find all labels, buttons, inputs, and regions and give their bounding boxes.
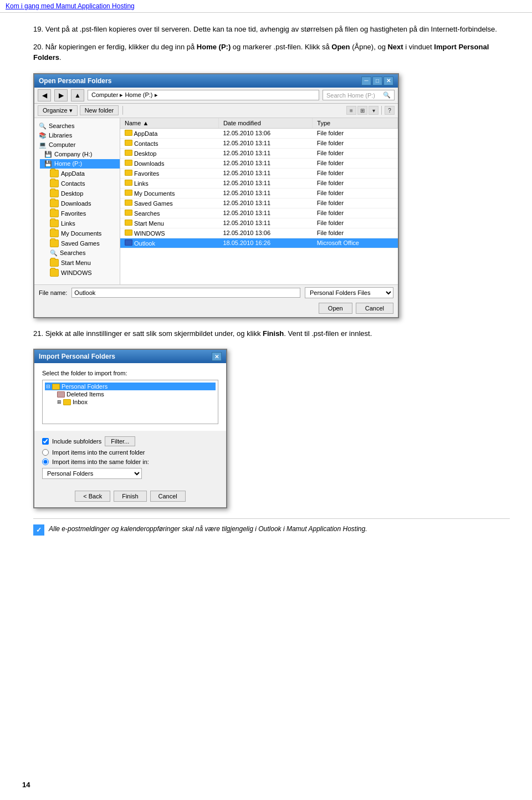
- table-row[interactable]: Downloads12.05.2010 13:11File folder: [120, 158, 398, 168]
- sidebar-home-drive[interactable]: 💾 Home (P:): [40, 159, 120, 169]
- import-close-button[interactable]: ✕: [212, 352, 222, 361]
- p19-text: Vent på at .pst-filen kopieres over til …: [45, 25, 497, 33]
- p20-text1: Når kopieringen er ferdig, klikker du de…: [45, 43, 197, 51]
- sidebar-links-label: Links: [61, 220, 75, 227]
- close-button[interactable]: ✕: [383, 77, 393, 85]
- table-row[interactable]: Searches12.05.2010 13:11File folder: [120, 208, 398, 218]
- help-button[interactable]: ?: [385, 106, 395, 115]
- top-bar-link[interactable]: Kom i gang med Mamut Application Hosting: [0, 0, 532, 13]
- top-bar-title: Kom i gang med Mamut Application Hosting: [6, 2, 135, 10]
- up-button[interactable]: ▲: [71, 89, 84, 101]
- sidebar-contacts[interactable]: Contacts: [45, 179, 120, 188]
- import-current-folder-radio[interactable]: [42, 449, 49, 456]
- sidebar-links[interactable]: Links: [45, 218, 120, 228]
- table-row[interactable]: WINDOWS12.05.2010 13:06File folder: [120, 228, 398, 238]
- file-icon: [125, 160, 134, 167]
- import-body: Select the folder to import from: ⊟ Pers…: [34, 363, 226, 431]
- table-row[interactable]: My Documents12.05.2010 13:11File folder: [120, 188, 398, 198]
- sidebar-desktop-label: Desktop: [61, 190, 83, 197]
- sidebar-downloads[interactable]: Downloads: [45, 198, 120, 208]
- tree-inbox-expand-icon: ⊞: [57, 399, 62, 405]
- sidebar-appdata[interactable]: AppData: [45, 169, 120, 179]
- sidebar-startmenu[interactable]: Start Menu: [45, 258, 120, 268]
- back-button[interactable]: ◀: [38, 89, 51, 101]
- filetype-select[interactable]: Personal Folders Files: [305, 287, 393, 298]
- import-same-folder-radio[interactable]: [42, 458, 49, 465]
- finish-button[interactable]: Finish: [114, 491, 146, 502]
- sidebar-company-drive[interactable]: 💾 Company (H:): [40, 150, 120, 159]
- sidebar-savedgames[interactable]: Saved Games: [45, 238, 120, 248]
- table-row[interactable]: Outlook18.05.2010 16:26Microsoft Office: [120, 238, 398, 248]
- table-row[interactable]: Desktop12.05.2010 13:11File folder: [120, 148, 398, 158]
- new-folder-button[interactable]: New folder: [80, 105, 119, 115]
- file-icon: [125, 130, 134, 137]
- sidebar-savedgames-label: Saved Games: [61, 240, 100, 247]
- sidebar-searches[interactable]: 🔍 Searches: [34, 121, 120, 131]
- view-arrow-button[interactable]: ▾: [369, 106, 378, 115]
- view-list-button[interactable]: ≡: [346, 106, 356, 115]
- sidebar-windows-label: WINDOWS: [61, 269, 92, 276]
- tree-deleted-items[interactable]: Deleted Items: [45, 390, 216, 398]
- folder-icon-contacts: [50, 180, 59, 187]
- file-name-cell: Contacts: [120, 138, 218, 148]
- tree-personal-folders-label: Personal Folders: [62, 383, 108, 390]
- sidebar-appdata-label: AppData: [61, 170, 85, 177]
- organize-button[interactable]: Organize ▾: [38, 105, 78, 116]
- filter-button[interactable]: Filter...: [105, 436, 135, 446]
- dialog-title: Open Personal Folders: [39, 77, 111, 85]
- view-details-button[interactable]: ⊞: [357, 106, 367, 115]
- sidebar-favorites[interactable]: Favorites: [45, 208, 120, 218]
- import-cancel-button[interactable]: Cancel: [150, 491, 186, 502]
- file-name-cell: Saved Games: [120, 198, 218, 208]
- table-row[interactable]: AppData12.05.2010 13:06File folder: [120, 128, 398, 138]
- open-button[interactable]: Open: [319, 303, 352, 314]
- import-tree[interactable]: ⊟ Personal Folders Deleted Items ⊞ Inbox: [42, 380, 218, 424]
- note-icon: ✓: [33, 524, 44, 536]
- table-row[interactable]: Links12.05.2010 13:11File folder: [120, 178, 398, 188]
- sidebar-libraries[interactable]: 📚 Libraries: [34, 131, 120, 140]
- col-name[interactable]: Name ▲: [120, 118, 218, 129]
- import-folder-select[interactable]: Personal Folders: [42, 468, 142, 479]
- search-icon: 🔍: [383, 91, 391, 99]
- sidebar-computer[interactable]: 💻 Computer: [34, 140, 120, 150]
- file-name-cell: Links: [120, 178, 218, 188]
- note-text: Alle e-postmeldinger og kalenderoppførin…: [49, 524, 367, 534]
- col-date[interactable]: Date modified: [218, 118, 312, 129]
- tree-personal-folders[interactable]: ⊟ Personal Folders: [45, 383, 216, 390]
- include-subfolders-checkbox[interactable]: [42, 438, 49, 445]
- table-row[interactable]: Favorites12.05.2010 13:11File folder: [120, 168, 398, 178]
- minimize-button[interactable]: ─: [361, 77, 371, 85]
- toolbar: Organize ▾ New folder ≡ ⊞ ▾ ?: [34, 104, 398, 118]
- include-subfolders-row: Include subfolders Filter...: [42, 436, 218, 446]
- filename-input[interactable]: [71, 288, 300, 298]
- col-type[interactable]: Type: [313, 118, 398, 129]
- file-type-cell: File folder: [313, 188, 398, 198]
- import-options: Include subfolders Filter... Import item…: [34, 431, 226, 487]
- table-row[interactable]: Start Menu12.05.2010 13:11File folder: [120, 218, 398, 228]
- breadcrumb-text: Computer ▸ Home (P:) ▸: [91, 91, 158, 99]
- sidebar-contacts-label: Contacts: [61, 180, 85, 187]
- sidebar-searches2[interactable]: 🔍 Searches: [45, 248, 120, 258]
- p21-text1: Sjekk at alle innstillinger er satt slik…: [45, 329, 263, 338]
- open-personal-folders-dialog: Open Personal Folders ─ □ ✕ ◀ ▶ ▲ Comput…: [33, 73, 399, 318]
- sidebar-desktop[interactable]: Desktop: [45, 188, 120, 198]
- table-row[interactable]: Contacts12.05.2010 13:11File folder: [120, 138, 398, 148]
- tree-inbox[interactable]: ⊞ Inbox: [45, 398, 216, 406]
- restore-button[interactable]: □: [372, 77, 382, 85]
- sidebar-home-drive-label: Home (P:): [54, 160, 82, 167]
- folder-icon-startmenu: [50, 259, 59, 267]
- sidebar-mydocs[interactable]: My Documents: [45, 228, 120, 238]
- title-controls: ─ □ ✕: [361, 77, 393, 85]
- back-button[interactable]: < Back: [75, 491, 110, 502]
- file-icon: [125, 220, 134, 227]
- file-date-cell: 12.05.2010 13:11: [218, 168, 312, 178]
- file-icon: [125, 240, 134, 247]
- search-box[interactable]: Search Home (P:) 🔍: [323, 90, 395, 100]
- file-date-cell: 12.05.2010 13:11: [218, 158, 312, 168]
- breadcrumb[interactable]: Computer ▸ Home (P:) ▸: [88, 90, 319, 100]
- cancel-button[interactable]: Cancel: [356, 303, 393, 314]
- table-row[interactable]: Saved Games12.05.2010 13:11File folder: [120, 198, 398, 208]
- file-name-cell: Searches: [120, 208, 218, 218]
- sidebar-windows[interactable]: WINDOWS: [45, 268, 120, 278]
- forward-button[interactable]: ▶: [54, 89, 68, 101]
